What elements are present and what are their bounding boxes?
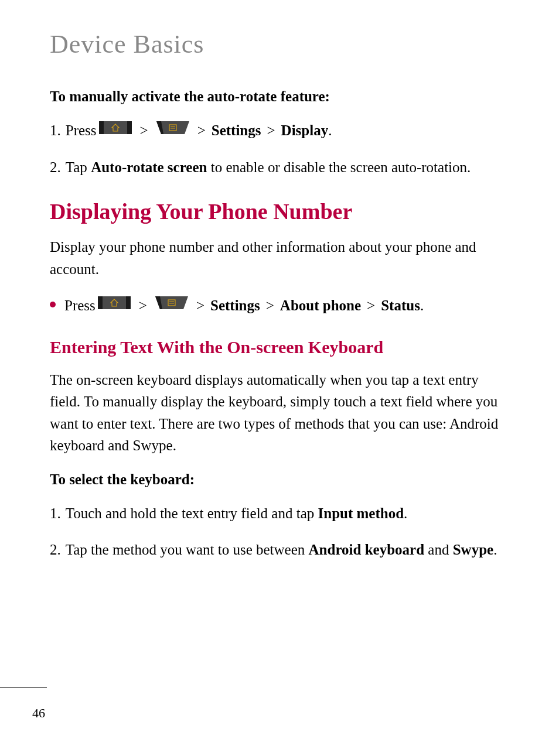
text-part: Touch and hold the text entry field and … bbox=[66, 505, 318, 521]
menu-key-icon bbox=[155, 293, 188, 316]
bullet-icon bbox=[50, 302, 56, 307]
svg-rect-2 bbox=[127, 121, 132, 134]
svg-rect-1 bbox=[99, 121, 104, 134]
about-phone-label: About phone bbox=[280, 295, 361, 317]
settings-label: Settings bbox=[210, 295, 260, 317]
svg-rect-0 bbox=[99, 121, 132, 134]
page-title: Device Basics bbox=[50, 29, 509, 59]
auto-rotate-heading: To manually activate the auto-rotate fea… bbox=[50, 88, 509, 105]
tap-text: Tap bbox=[66, 159, 91, 175]
text-part: Tap the method you want to use between bbox=[66, 542, 309, 557]
input-method-label: Input method bbox=[318, 505, 404, 521]
period: . bbox=[404, 505, 407, 521]
bullet-press-status: Press > > Settings > About phone > Statu… bbox=[50, 295, 509, 317]
period: . bbox=[420, 295, 424, 317]
period: . bbox=[328, 119, 332, 142]
rest-text: to enable or disable the screen auto-rot… bbox=[207, 159, 471, 175]
android-keyboard-label: Android keyboard bbox=[309, 542, 425, 557]
separator: > bbox=[139, 295, 147, 317]
footer-rule bbox=[0, 687, 47, 688]
entering-text-heading: Entering Text With the On-screen Keyboar… bbox=[50, 337, 509, 357]
entering-text-body: The on-screen keyboard displays automati… bbox=[50, 369, 509, 457]
select-keyboard-heading: To select the keyboard: bbox=[50, 471, 509, 488]
home-key-icon bbox=[99, 118, 132, 141]
svg-rect-6 bbox=[98, 296, 131, 309]
settings-label: Settings bbox=[212, 119, 261, 142]
swype-label: Swype bbox=[453, 542, 493, 557]
step-1-keyboard: 1.Touch and hold the text entry field an… bbox=[50, 502, 509, 525]
menu-key-icon bbox=[156, 118, 189, 141]
step-2-keyboard: 2.Tap the method you want to use between… bbox=[50, 539, 509, 561]
period: . bbox=[493, 542, 497, 557]
displaying-phone-heading: Displaying Your Phone Number bbox=[50, 199, 509, 224]
step-2-autorotate: 2.Tap Auto-rotate screen to enable or di… bbox=[50, 156, 509, 179]
and-text: and bbox=[424, 542, 453, 557]
svg-rect-7 bbox=[98, 296, 103, 309]
step-number: 1. bbox=[50, 505, 61, 521]
page-number: 46 bbox=[32, 706, 559, 721]
separator: > bbox=[140, 119, 148, 142]
press-label: Press bbox=[66, 119, 97, 142]
step-number: 2. bbox=[50, 159, 61, 175]
status-label: Status bbox=[381, 295, 420, 317]
autorotate-label: Auto-rotate screen bbox=[91, 159, 207, 175]
separator: > bbox=[267, 119, 275, 142]
separator: > bbox=[367, 295, 375, 317]
svg-rect-8 bbox=[126, 296, 131, 309]
separator: > bbox=[196, 295, 204, 317]
step-number: 1. bbox=[50, 119, 61, 142]
press-label: Press bbox=[64, 295, 96, 317]
page-footer: 46 bbox=[0, 687, 559, 721]
home-key-icon bbox=[98, 293, 131, 316]
step-number: 2. bbox=[50, 542, 61, 557]
displaying-phone-body: Display your phone number and other info… bbox=[50, 236, 509, 280]
separator: > bbox=[266, 295, 274, 317]
display-label: Display bbox=[281, 119, 329, 142]
separator: > bbox=[197, 119, 206, 142]
step-1-autorotate: 1. Press > > Settings > Display. bbox=[50, 119, 509, 142]
